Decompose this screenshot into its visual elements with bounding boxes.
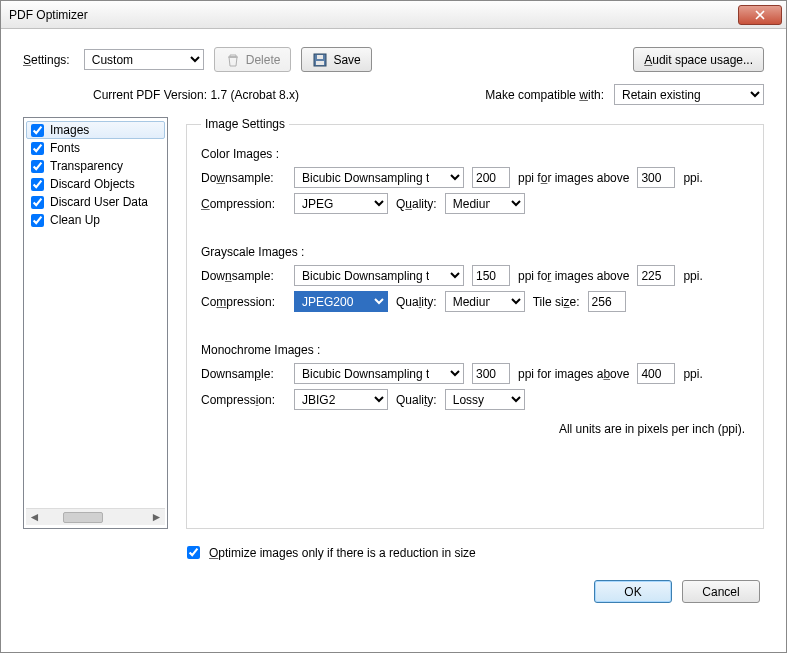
gray-downsample-select[interactable]: Bicubic Downsampling to <box>294 265 464 286</box>
delete-button: Delete <box>214 47 292 72</box>
optimize-only-checkbox[interactable] <box>187 546 200 559</box>
info-row: Current PDF Version: 1.7 (Acrobat 8.x) M… <box>23 84 764 105</box>
svg-rect-2 <box>316 61 324 65</box>
sidebar-item-label: Clean Up <box>50 213 100 227</box>
settings-label: Settings: <box>23 53 70 67</box>
sidebar-item-transparency[interactable]: Transparency <box>26 157 165 175</box>
sidebar-items: Images Fonts Transparency Discard Object… <box>26 121 165 508</box>
save-icon <box>312 52 328 68</box>
mono-downsample-label: Downsample: <box>201 367 286 381</box>
compat-select[interactable]: Retain existing <box>614 84 764 105</box>
sidebar-item-discard-objects[interactable]: Discard Objects <box>26 175 165 193</box>
tile-size-label: Tile size: <box>533 295 580 309</box>
gray-ppi-above-label: ppi for images above <box>518 269 629 283</box>
sidebar-check-discard-objects[interactable] <box>31 178 44 191</box>
settings-legend: Image Settings <box>201 117 289 131</box>
sidebar-item-label: Fonts <box>50 141 80 155</box>
gray-images-title: Grayscale Images : <box>201 245 749 259</box>
gray-quality-select[interactable]: Medium <box>445 291 525 312</box>
gray-tile-input[interactable] <box>588 291 626 312</box>
sidebar-check-discard-user-data[interactable] <box>31 196 44 209</box>
ppi-unit: ppi. <box>683 269 702 283</box>
color-ppi-above-label: ppi for images above <box>518 171 629 185</box>
sidebar-check-fonts[interactable] <box>31 142 44 155</box>
save-button[interactable]: Save <box>301 47 371 72</box>
sidebar-item-label: Transparency <box>50 159 123 173</box>
close-button[interactable] <box>738 5 782 25</box>
gray-compression-select[interactable]: JPEG2000 <box>294 291 388 312</box>
color-ppi-above-input[interactable] <box>637 167 675 188</box>
sidebar-item-discard-user-data[interactable]: Discard User Data <box>26 193 165 211</box>
sidebar-item-label: Discard User Data <box>50 195 148 209</box>
compat-label: Make compatible with: <box>485 88 604 102</box>
dialog-buttons: OK Cancel <box>23 580 764 603</box>
optimize-only-label: Optimize images only if there is a reduc… <box>209 546 476 560</box>
sidebar-item-label: Images <box>50 123 89 137</box>
color-images-title: Color Images : <box>201 147 749 161</box>
gray-compression-label: Compression: <box>201 295 286 309</box>
sidebar-item-images[interactable]: Images <box>26 121 165 139</box>
scroll-right-icon[interactable]: ► <box>148 510 165 524</box>
gray-downsample-label: Downsample: <box>201 269 286 283</box>
sidebar-scrollbar[interactable]: ◄ ► <box>26 508 165 525</box>
gray-ppi-above-input[interactable] <box>637 265 675 286</box>
mono-compression-label: Compression: <box>201 393 286 407</box>
sidebar: Images Fonts Transparency Discard Object… <box>23 117 168 529</box>
color-ppi-input[interactable] <box>472 167 510 188</box>
color-quality-select[interactable]: Medium <box>445 193 525 214</box>
color-quality-label: Quality: <box>396 197 437 211</box>
sidebar-item-fonts[interactable]: Fonts <box>26 139 165 157</box>
audit-button[interactable]: Audit space usage... <box>633 47 764 72</box>
mono-ppi-above-input[interactable] <box>637 363 675 384</box>
gray-ppi-input[interactable] <box>472 265 510 286</box>
close-icon <box>755 10 765 20</box>
mono-downsample-select[interactable]: Bicubic Downsampling to <box>294 363 464 384</box>
current-version-text: Current PDF Version: 1.7 (Acrobat 8.x) <box>93 88 299 102</box>
color-compression-select[interactable]: JPEG <box>294 193 388 214</box>
titlebar: PDF Optimizer <box>1 1 786 29</box>
sidebar-item-label: Discard Objects <box>50 177 135 191</box>
ppi-unit: ppi. <box>683 171 702 185</box>
mono-compression-select[interactable]: JBIG2 <box>294 389 388 410</box>
color-downsample-label: Downsample: <box>201 171 286 185</box>
sidebar-check-images[interactable] <box>31 124 44 137</box>
trash-icon <box>225 52 241 68</box>
svg-rect-1 <box>317 55 323 59</box>
ok-button[interactable]: OK <box>594 580 672 603</box>
window-title: PDF Optimizer <box>9 8 738 22</box>
mono-ppi-input[interactable] <box>472 363 510 384</box>
scroll-left-icon[interactable]: ◄ <box>26 510 43 524</box>
scroll-thumb[interactable] <box>63 512 103 523</box>
sidebar-check-transparency[interactable] <box>31 160 44 173</box>
units-note: All units are in pixels per inch (ppi). <box>201 422 749 436</box>
settings-select[interactable]: Custom <box>84 49 204 70</box>
sidebar-check-clean-up[interactable] <box>31 214 44 227</box>
mono-quality-select[interactable]: Lossy <box>445 389 525 410</box>
sidebar-item-clean-up[interactable]: Clean Up <box>26 211 165 229</box>
color-downsample-select[interactable]: Bicubic Downsampling to <box>294 167 464 188</box>
gray-quality-label: Quality: <box>396 295 437 309</box>
color-compression-label: Compression: <box>201 197 286 211</box>
image-settings-panel: Image Settings Color Images : Downsample… <box>186 117 764 529</box>
ppi-unit: ppi. <box>683 367 702 381</box>
cancel-button[interactable]: Cancel <box>682 580 760 603</box>
mono-quality-label: Quality: <box>396 393 437 407</box>
mono-images-title: Monochrome Images : <box>201 343 749 357</box>
mono-ppi-above-label: ppi for images above <box>518 367 629 381</box>
top-toolbar: Settings: Custom Delete Save Audit space… <box>23 47 764 72</box>
optimize-only-row: Optimize images only if there is a reduc… <box>183 543 764 562</box>
